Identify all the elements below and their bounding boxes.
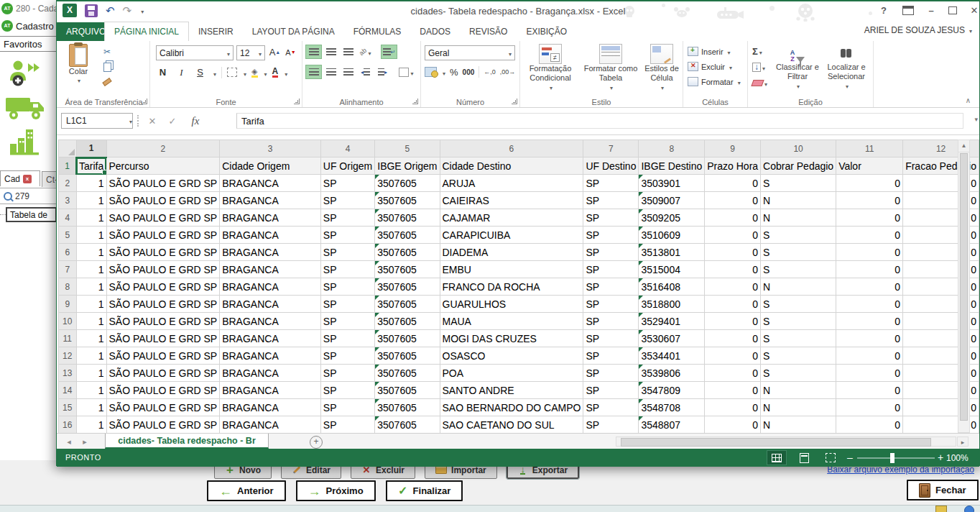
row-header-6[interactable]: 6: [59, 244, 77, 261]
cell[interactable]: 0: [705, 347, 761, 365]
cell[interactable]: 3529401: [639, 313, 705, 330]
cell[interactable]: OSASCO: [440, 347, 583, 365]
accounting-format-icon[interactable]: [425, 67, 437, 77]
row-header-10[interactable]: 10: [59, 313, 77, 330]
number-format-select[interactable]: Geral: [425, 45, 515, 60]
cell[interactable]: 0: [836, 330, 903, 347]
paste-button[interactable]: Colar: [63, 44, 94, 84]
cell[interactable]: IBGE Destino: [639, 157, 705, 175]
increase-font-icon[interactable]: A▲: [268, 45, 282, 59]
cell[interactable]: 0: [836, 192, 903, 209]
cell[interactable]: SANTO ANDRE: [440, 382, 583, 399]
cell[interactable]: CAJAMAR: [440, 209, 583, 227]
cell[interactable]: SP: [583, 296, 639, 313]
cell[interactable]: SÃO PAULO E GRD SP: [106, 296, 220, 313]
cell[interactable]: S: [761, 261, 836, 278]
fill-color-icon[interactable]: ◈: [251, 68, 257, 78]
cell[interactable]: N: [761, 416, 836, 434]
favorites-dropdown[interactable]: Favoritos: [0, 36, 57, 52]
cell[interactable]: SP: [320, 278, 374, 296]
cell[interactable]: MOGI DAS CRUZES: [440, 330, 583, 347]
borders-options-icon[interactable]: [242, 66, 246, 79]
cell[interactable]: DIADEMA: [440, 244, 583, 261]
cell[interactable]: SÃO PAULO E GRD SP: [106, 261, 220, 278]
cell[interactable]: 3509205: [639, 209, 705, 227]
cell[interactable]: SP: [583, 175, 639, 192]
cell[interactable]: 1: [76, 261, 106, 278]
formula-bar-expand-icon[interactable]: ▾: [974, 116, 978, 123]
cell[interactable]: S: [761, 330, 836, 347]
cell[interactable]: BRAGANCA: [220, 261, 321, 278]
zoom-slider-track[interactable]: [857, 457, 935, 459]
cell[interactable]: SÃO PAULO E GRD SP: [106, 365, 220, 382]
factory-icon[interactable]: [9, 127, 42, 157]
cell[interactable]: 0: [705, 365, 761, 382]
align-left-button[interactable]: [305, 65, 322, 79]
align-middle-button[interactable]: [323, 45, 339, 59]
cell[interactable]: SP: [583, 192, 639, 209]
cell[interactable]: S: [761, 296, 836, 313]
font-color-options-icon[interactable]: [283, 66, 287, 79]
dialog-launcher-icon[interactable]: [294, 99, 300, 104]
cell[interactable]: SP: [320, 296, 374, 313]
menu-cadastro[interactable]: Cadastro: [16, 21, 54, 32]
font-color-icon[interactable]: A: [272, 68, 279, 78]
zoom-level[interactable]: 100%: [946, 453, 969, 463]
row-header-2[interactable]: 2: [59, 175, 77, 192]
cell[interactable]: 0: [705, 382, 761, 399]
cell[interactable]: SP: [583, 416, 639, 434]
cell[interactable]: SÃO PAULO E GRD SP: [106, 416, 220, 434]
cell[interactable]: 1: [76, 175, 106, 192]
cell[interactable]: 0: [705, 416, 761, 434]
cell[interactable]: 3507605: [375, 313, 440, 330]
row-header-4[interactable]: 4: [59, 209, 77, 227]
cell[interactable]: 0: [836, 399, 903, 416]
cell[interactable]: 0: [705, 261, 761, 278]
cell[interactable]: IBGE Origem: [375, 157, 440, 175]
cell[interactable]: SP: [583, 209, 639, 227]
cell[interactable]: 0: [836, 313, 903, 330]
autosum-button[interactable]: Σ: [752, 45, 767, 58]
cell[interactable]: SÃO PAULO E GRD SP: [106, 382, 220, 399]
cell[interactable]: SP: [320, 347, 374, 365]
page-break-view-button[interactable]: [820, 450, 841, 465]
cell[interactable]: BRAGANCA: [220, 296, 321, 313]
cell[interactable]: S: [761, 365, 836, 382]
cell[interactable]: 3530607: [639, 330, 705, 347]
cell[interactable]: 3516408: [639, 278, 705, 296]
cell-styles-button[interactable]: Estilos de Célula: [642, 44, 681, 93]
cell[interactable]: SP: [320, 227, 374, 244]
cell[interactable]: SP: [320, 330, 374, 347]
column-header-5[interactable]: 5: [375, 140, 440, 157]
cell[interactable]: 1: [76, 278, 106, 296]
ribbon-tab-exibicao[interactable]: EXIBIÇÃO: [517, 22, 576, 41]
cell[interactable]: 3507605: [375, 175, 440, 192]
horizontal-scroll-thumb[interactable]: [621, 438, 931, 447]
find-select-button[interactable]: Localizar e Selecionar: [821, 44, 872, 91]
row-header-1[interactable]: 1: [59, 157, 77, 175]
row-header-11[interactable]: 11: [59, 330, 77, 347]
column-header-1[interactable]: 1: [76, 140, 106, 157]
row-header-12[interactable]: 12: [59, 347, 77, 365]
minimize-button[interactable]: –: [920, 1, 942, 19]
bold-button[interactable]: N: [156, 65, 170, 79]
cell[interactable]: N: [761, 192, 836, 209]
cell[interactable]: N: [761, 209, 836, 227]
row-header-13[interactable]: 13: [59, 365, 77, 382]
ribbon-tab-formulas[interactable]: FÓRMULAS: [344, 22, 411, 41]
cell[interactable]: 3547809: [639, 382, 705, 399]
cell[interactable]: S: [761, 227, 836, 244]
row-header-8[interactable]: 8: [59, 278, 77, 296]
add-sheet-icon[interactable]: +: [310, 436, 323, 449]
column-header-7[interactable]: 7: [583, 140, 639, 157]
cell[interactable]: N: [761, 399, 836, 416]
vertical-scroll-thumb[interactable]: [960, 153, 968, 421]
underline-button[interactable]: S: [193, 65, 207, 79]
cell[interactable]: 1: [76, 192, 106, 209]
page-layout-view-button[interactable]: [794, 450, 814, 465]
cell[interactable]: 0: [705, 175, 761, 192]
increase-indent-button[interactable]: ▸: [374, 65, 391, 79]
cell[interactable]: 3507605: [375, 365, 440, 382]
cell[interactable]: CAIEIRAS: [440, 192, 583, 209]
cell[interactable]: N: [761, 382, 836, 399]
